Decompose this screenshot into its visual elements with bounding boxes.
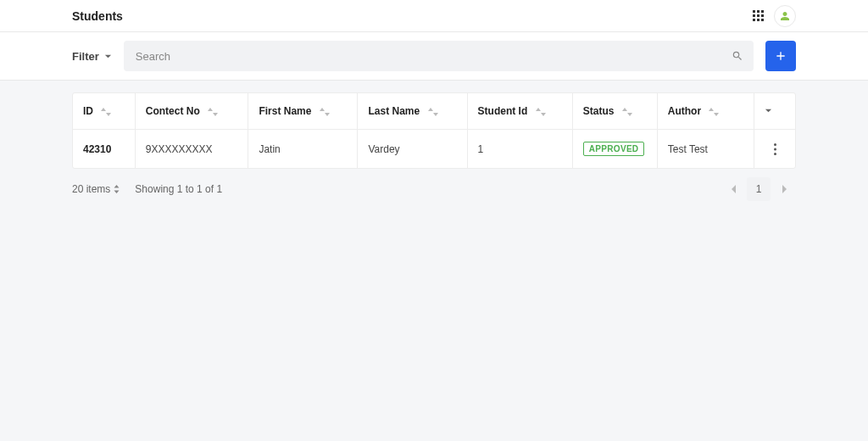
dots-vertical-icon bbox=[774, 143, 776, 155]
cell-status: APPROVED bbox=[573, 130, 658, 168]
prev-page-button[interactable] bbox=[721, 177, 745, 201]
column-header-author[interactable]: Author bbox=[658, 93, 754, 130]
svg-point-2 bbox=[774, 153, 776, 155]
column-header-studentid[interactable]: Student Id bbox=[468, 93, 573, 130]
column-header-more[interactable] bbox=[754, 93, 795, 130]
column-header-contact[interactable]: Contect No bbox=[136, 93, 249, 130]
sort-icon bbox=[101, 108, 111, 116]
plus-icon bbox=[774, 49, 787, 63]
sort-icon bbox=[709, 108, 719, 116]
filter-button[interactable]: Filter bbox=[72, 50, 112, 63]
chevron-left-icon bbox=[731, 184, 737, 194]
cell-author: Test Test bbox=[658, 130, 754, 168]
column-header-lastname[interactable]: Last Name bbox=[358, 93, 467, 130]
column-header-status[interactable]: Status bbox=[573, 93, 658, 130]
cell-id: 42310 bbox=[73, 130, 136, 168]
status-badge: APPROVED bbox=[583, 142, 645, 156]
sort-icon bbox=[536, 108, 546, 116]
add-button[interactable] bbox=[765, 41, 796, 71]
search-icon bbox=[732, 50, 743, 62]
cell-firstname: Jatin bbox=[248, 130, 358, 168]
cell-studentid: 1 bbox=[468, 130, 573, 168]
search-input[interactable] bbox=[124, 41, 754, 71]
sort-icon bbox=[622, 108, 632, 116]
user-icon bbox=[780, 11, 790, 21]
chevron-down-icon bbox=[765, 107, 772, 114]
column-header-firstname[interactable]: First Name bbox=[248, 93, 358, 130]
items-per-page[interactable]: 20 items bbox=[72, 183, 120, 195]
user-avatar[interactable] bbox=[774, 5, 796, 27]
page-title: Students bbox=[72, 9, 123, 23]
apps-icon[interactable] bbox=[753, 10, 764, 21]
row-menu-button[interactable] bbox=[765, 143, 785, 155]
sort-icon bbox=[320, 108, 330, 116]
students-table: ID Contect No First Name bbox=[72, 92, 796, 169]
sort-icon bbox=[428, 108, 438, 116]
next-page-button[interactable] bbox=[772, 177, 796, 201]
table-row[interactable]: 42310 9XXXXXXXXX Jatin Vardey 1 APPROVED… bbox=[73, 130, 795, 168]
sort-icon bbox=[114, 185, 120, 193]
sort-icon bbox=[208, 108, 218, 116]
chevron-right-icon bbox=[782, 184, 787, 194]
showing-text: Showing 1 to 1 of 1 bbox=[135, 183, 222, 195]
chevron-down-icon bbox=[104, 53, 112, 60]
cell-contact: 9XXXXXXXXX bbox=[136, 130, 249, 168]
svg-point-1 bbox=[774, 148, 776, 150]
pagination: 1 bbox=[721, 177, 796, 201]
column-header-id[interactable]: ID bbox=[73, 93, 136, 130]
svg-point-0 bbox=[774, 143, 776, 146]
filter-label: Filter bbox=[72, 50, 99, 63]
page-number[interactable]: 1 bbox=[747, 177, 771, 201]
cell-lastname: Vardey bbox=[358, 130, 467, 168]
